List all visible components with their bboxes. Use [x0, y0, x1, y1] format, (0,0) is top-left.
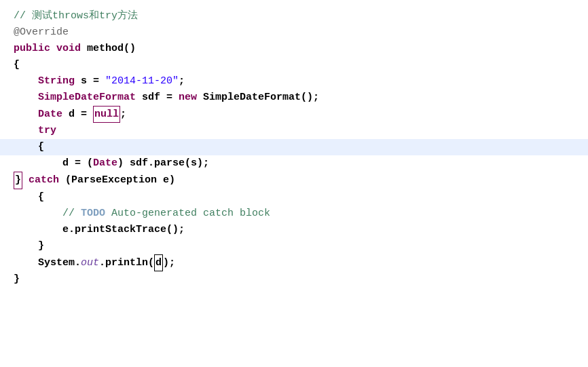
code-line-16: System.out.println(d);: [0, 254, 588, 271]
code-line-15: }: [0, 238, 588, 254]
code-line-13: // TODO Auto-generated catch block: [0, 206, 588, 222]
keyword-date-cast: Date: [93, 155, 117, 171]
todo-keyword: TODO: [81, 206, 105, 221]
code-editor: // 测试throws和try方法 @Override public void …: [0, 0, 588, 367]
keyword-date: Date: [38, 107, 62, 122]
keyword-sdf-type: SimpleDateFormat: [38, 90, 136, 105]
string-value: "2014-11-20": [105, 73, 179, 89]
keyword-void: void: [56, 41, 81, 56]
code-line-7: Date d = null;: [0, 106, 588, 123]
keyword-public: public: [14, 41, 50, 56]
code-line-12: {: [0, 189, 588, 206]
code-line-2: @Override: [0, 24, 588, 41]
code-line-14: e.printStackTrace();: [0, 222, 588, 238]
cursor-d: d: [154, 254, 163, 271]
code-line-4: {: [0, 57, 588, 73]
keyword-catch: catch: [29, 172, 59, 188]
code-line-9: {: [0, 139, 588, 155]
keyword-string: String: [38, 73, 75, 89]
code-line-8: try: [0, 123, 588, 139]
code-line-6: SimpleDateFormat sdf = new SimpleDateFor…: [0, 90, 588, 106]
out-field: out: [81, 255, 99, 271]
keyword-try: try: [38, 123, 56, 138]
comment-text: // 测试throws和try方法: [14, 8, 138, 24]
annotation-text: @Override: [14, 24, 69, 40]
comment-slash: //: [62, 206, 81, 221]
code-line-17: }: [0, 271, 588, 288]
todo-text: Auto-generated catch block: [105, 206, 270, 221]
null-keyword: null: [93, 106, 120, 123]
code-line-5: String s = "2014-11-20";: [0, 73, 588, 90]
code-line-10: d = (Date) sdf.parse(s);: [0, 155, 588, 172]
code-line-1: // 测试throws和try方法: [0, 8, 588, 24]
close-brace-catch: }: [14, 172, 22, 189]
code-line-11: } catch (ParseException e): [0, 172, 588, 189]
keyword-new: new: [179, 90, 197, 105]
code-line-3: public void method(): [0, 41, 588, 57]
